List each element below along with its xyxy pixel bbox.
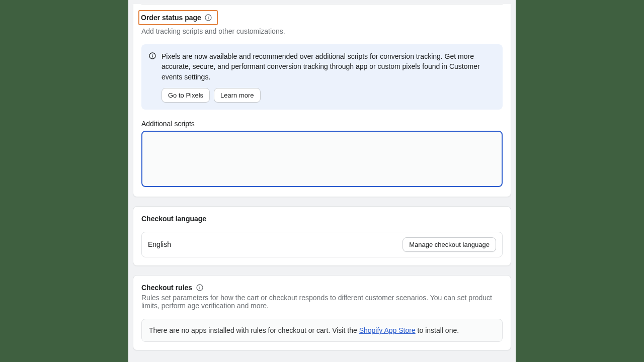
rules-empty-prefix: There are no apps installed with rules f… bbox=[149, 326, 359, 334]
svg-point-2 bbox=[208, 16, 208, 16]
order-status-card: Order status page Add tracking scripts a… bbox=[133, 4, 511, 197]
info-icon bbox=[148, 52, 156, 60]
order-status-subtitle: Add tracking scripts and other customiza… bbox=[141, 27, 503, 35]
order-status-title: Order status page bbox=[141, 14, 201, 22]
checkout-rules-subtitle: Rules set parameters for how the cart or… bbox=[141, 294, 503, 310]
info-icon[interactable] bbox=[204, 14, 212, 22]
checkout-rules-title: Checkout rules bbox=[141, 284, 192, 292]
pixels-banner: Pixels are now available and recommended… bbox=[141, 44, 503, 110]
go-to-pixels-button[interactable]: Go to Pixels bbox=[162, 88, 210, 103]
checkout-language-current: English bbox=[148, 240, 171, 248]
svg-point-5 bbox=[152, 54, 152, 54]
manage-checkout-language-button[interactable]: Manage checkout language bbox=[403, 237, 496, 252]
checkout-rules-card: Checkout rules Rules set parameters for … bbox=[133, 275, 511, 350]
svg-point-8 bbox=[200, 286, 200, 286]
rules-empty-suffix: to install one. bbox=[416, 326, 459, 334]
checkout-language-card: Checkout language English Manage checkou… bbox=[133, 206, 511, 266]
checkout-language-title: Checkout language bbox=[141, 215, 206, 223]
checkout-language-row: English Manage checkout language bbox=[141, 232, 503, 257]
additional-scripts-label: Additional scripts bbox=[141, 120, 503, 128]
learn-more-button[interactable]: Learn more bbox=[214, 88, 260, 103]
order-status-title-highlight: Order status page bbox=[138, 10, 218, 25]
pixels-banner-text: Pixels are now available and recommended… bbox=[162, 51, 495, 82]
additional-scripts-textarea[interactable] bbox=[141, 131, 503, 187]
settings-page: Order status page Add tracking scripts a… bbox=[128, 0, 516, 362]
info-icon[interactable] bbox=[196, 284, 204, 292]
checkout-rules-empty: There are no apps installed with rules f… bbox=[141, 319, 503, 342]
shopify-app-store-link[interactable]: Shopify App Store bbox=[359, 326, 416, 334]
